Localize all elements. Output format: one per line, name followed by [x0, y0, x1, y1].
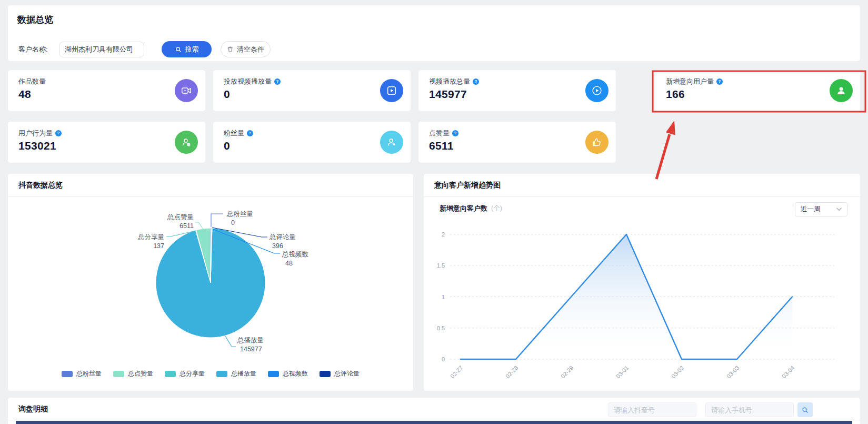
divider — [8, 196, 413, 197]
svg-text:02-28: 02-28 — [504, 364, 519, 379]
info-icon[interactable]: ? — [716, 78, 723, 85]
svg-text:03-01: 03-01 — [615, 364, 630, 379]
info-icon[interactable]: ? — [473, 78, 479, 85]
svg-text:0: 0 — [231, 219, 235, 226]
legend-item[interactable]: 总评论量 — [320, 369, 360, 378]
user-action-icon — [175, 131, 198, 154]
search-icon — [801, 406, 809, 414]
legend-item[interactable]: 总视频数 — [268, 369, 308, 378]
legend-item[interactable]: 总播放量 — [216, 369, 256, 378]
info-icon[interactable]: ? — [55, 130, 62, 136]
svg-text:48: 48 — [285, 260, 293, 267]
info-icon[interactable]: ? — [452, 130, 458, 136]
overview-header-panel: 数据总览 客户名称: 搜索 清空条件 — [8, 5, 860, 61]
stat-card: 作品数量48 — [8, 70, 205, 111]
pie-slice — [196, 228, 211, 283]
legend-swatch — [165, 371, 176, 377]
dashboard-root: 数据总览 客户名称: 搜索 清空条件 作品数量48投放视频播放量?0视频播放总量… — [0, 0, 868, 424]
svg-text:02-29: 02-29 — [560, 364, 574, 379]
pie-slice — [156, 228, 265, 338]
annotation-arrow-head — [666, 121, 675, 135]
douyin-panel-title: 抖音数据总览 — [18, 181, 63, 190]
stat-card-label: 新增意向用户量 — [666, 77, 714, 86]
svg-text:6511: 6511 — [179, 222, 194, 230]
inquiry-panel-title: 询盘明细 — [18, 405, 48, 414]
inquiry-search-button[interactable] — [797, 402, 813, 417]
stat-card: 视频播放总量?145977 — [418, 70, 616, 111]
video-camera-icon — [175, 79, 198, 102]
chevron-down-icon — [836, 208, 842, 211]
trend-panel-title: 意向客户新增趋势图 — [434, 181, 501, 190]
info-icon[interactable]: ? — [247, 130, 253, 136]
metric-label: 新增意向客户数 — [440, 204, 487, 213]
svg-text:0.5: 0.5 — [437, 325, 445, 331]
pie-legend: 总粉丝量总点赞量总分享量总播放量总视频数总评论量 — [8, 369, 413, 378]
legend-swatch — [62, 371, 73, 377]
svg-text:02-27: 02-27 — [449, 364, 464, 379]
info-icon[interactable]: ? — [274, 78, 281, 85]
legend-label: 总播放量 — [231, 369, 256, 378]
phone-number-input[interactable] — [705, 402, 794, 417]
douyin-pie-chart: 总粉丝量0总点赞量6511总分享量137总播放量145977总视频数48总评论量… — [8, 174, 413, 391]
customer-name-label: 客户名称: — [18, 42, 48, 57]
svg-text:总分享量: 总分享量 — [137, 233, 164, 241]
clear-filters-button[interactable]: 清空条件 — [221, 41, 271, 57]
play-square-icon — [380, 79, 403, 102]
date-range-value: 近一周 — [801, 205, 821, 214]
svg-text:0: 0 — [442, 356, 445, 362]
svg-text:145977: 145977 — [240, 346, 262, 353]
svg-text:总粉丝量: 总粉丝量 — [226, 210, 253, 218]
play-circle-icon — [585, 79, 608, 102]
divider — [8, 420, 860, 420]
stat-card-label: 作品数量 — [18, 77, 46, 86]
stat-card: 点赞量?6511 — [418, 122, 616, 163]
date-range-select[interactable]: 近一周 — [795, 202, 847, 216]
inquiry-detail-panel: 询盘明细 — [8, 398, 860, 424]
douyin-overview-panel: 抖音数据总览 总粉丝量0总点赞量6511总分享量137总播放量145977总视频… — [8, 174, 413, 391]
svg-text:总播放量: 总播放量 — [237, 337, 264, 344]
pie-slice — [195, 230, 211, 283]
legend-item[interactable]: 总粉丝量 — [62, 369, 102, 378]
stat-card-label: 视频播放总量 — [429, 77, 470, 86]
legend-item[interactable]: 总分享量 — [165, 369, 205, 378]
svg-text:03-02: 03-02 — [670, 364, 685, 379]
legend-item[interactable]: 总点赞量 — [113, 369, 153, 378]
page-title: 数据总览 — [17, 14, 53, 26]
svg-text:总视频数: 总视频数 — [282, 251, 309, 258]
search-icon — [175, 46, 182, 53]
stat-card: 粉丝量?0 — [213, 122, 411, 163]
svg-text:03-03: 03-03 — [725, 364, 740, 379]
user-filled-icon — [830, 79, 853, 102]
legend-label: 总视频数 — [283, 369, 308, 378]
divider — [424, 196, 860, 197]
thumbs-up-icon — [585, 131, 608, 154]
svg-text:137: 137 — [153, 242, 164, 250]
pie-slice — [211, 228, 212, 283]
legend-swatch — [216, 371, 227, 377]
stat-card-label: 投放视频播放量 — [224, 77, 272, 86]
svg-text:2: 2 — [442, 231, 445, 238]
legend-label: 总粉丝量 — [76, 369, 102, 378]
stat-card-label: 粉丝量 — [224, 129, 244, 138]
svg-text:总评论量: 总评论量 — [269, 233, 296, 241]
customer-name-input[interactable] — [59, 42, 144, 57]
trend-line — [461, 234, 792, 359]
pie-slice — [211, 228, 212, 283]
svg-text:总点赞量: 总点赞量 — [167, 213, 194, 221]
user-fan-icon — [380, 131, 403, 154]
douyin-id-input[interactable] — [608, 402, 696, 417]
search-button-label: 搜索 — [185, 45, 199, 54]
metric-unit: (个) — [491, 204, 502, 213]
svg-text:396: 396 — [272, 242, 283, 250]
stat-card: 新增意向用户量?166 — [655, 70, 860, 111]
search-button[interactable]: 搜索 — [162, 41, 212, 57]
stat-card: 用户行为量?153021 — [8, 122, 205, 163]
legend-label: 总分享量 — [179, 369, 205, 378]
stat-card-label: 用户行为量 — [18, 129, 53, 138]
stat-card: 投放视频播放量?0 — [213, 70, 411, 111]
stat-card-label: 点赞量 — [429, 129, 450, 138]
legend-label: 总点赞量 — [128, 369, 153, 378]
svg-text:03-04: 03-04 — [781, 364, 795, 379]
legend-label: 总评论量 — [334, 369, 360, 378]
clear-button-label: 清空条件 — [237, 45, 264, 54]
